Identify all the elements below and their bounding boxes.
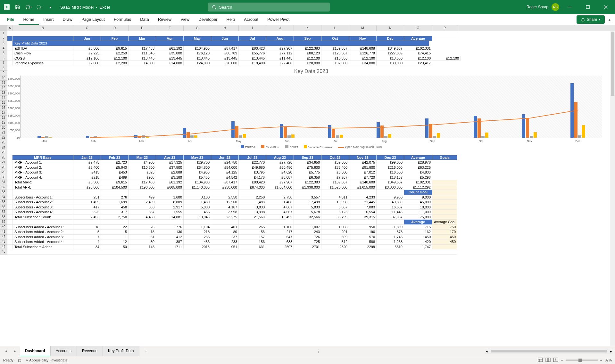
chart-area[interactable]: Key Data 2023 £400,000£350,000£300,000£2… xyxy=(7,66,615,155)
cell[interactable] xyxy=(7,200,12,205)
cell[interactable]: 8,809 xyxy=(156,200,184,205)
ribbon-tab-draw[interactable]: Draw xyxy=(58,14,77,25)
cell[interactable]: 833 xyxy=(129,205,156,210)
cell[interactable]: Oct-23 xyxy=(321,155,349,160)
cell[interactable]: 317 xyxy=(101,210,129,215)
cell[interactable]: 87,957 xyxy=(377,215,404,220)
cell[interactable]: £87,417 xyxy=(211,180,239,185)
cell[interactable]: Total ARR: xyxy=(12,185,73,190)
cell[interactable] xyxy=(129,190,156,195)
cell[interactable]: £22,400 xyxy=(266,61,294,66)
cell[interactable]: 45,000 xyxy=(404,200,432,205)
cell[interactable]: £3,180 xyxy=(156,175,184,180)
cell[interactable]: 3,557 xyxy=(294,195,321,200)
cell[interactable]: 4,011 xyxy=(321,195,349,200)
cell[interactable] xyxy=(266,220,294,225)
cell[interactable]: 50 xyxy=(101,245,129,250)
select-all-cell[interactable] xyxy=(0,25,7,31)
cell[interactable]: £349,667 xyxy=(377,46,404,51)
cell[interactable]: £28,000 xyxy=(294,61,321,66)
cell[interactable] xyxy=(7,210,12,215)
cell[interactable] xyxy=(349,220,377,225)
cell[interactable]: Count Goal xyxy=(404,190,432,195)
cell[interactable]: £139,867 xyxy=(321,180,349,185)
cell[interactable] xyxy=(7,61,12,66)
cell[interactable] xyxy=(432,210,457,215)
cell[interactable] xyxy=(349,190,377,195)
cell[interactable]: Jul-23 xyxy=(239,155,266,160)
cell[interactable]: 6,554 xyxy=(349,210,377,215)
row-header[interactable]: 8 xyxy=(0,66,7,71)
cell[interactable]: £3,795 xyxy=(239,170,266,175)
ribbon-tab-review[interactable]: Review xyxy=(154,14,176,25)
cell[interactable]: 162 xyxy=(404,230,432,235)
col-header-p[interactable]: P xyxy=(432,25,457,31)
cell[interactable]: Sep xyxy=(294,36,321,41)
close-button[interactable] xyxy=(598,0,613,14)
sheet-tab-key-profit-data[interactable]: Key Profit Data xyxy=(103,346,139,356)
row-header[interactable]: 24 xyxy=(0,145,7,150)
cell[interactable]: Jan-23 xyxy=(73,155,101,160)
accessibility-status[interactable]: ✶ Accessibility: Investigate xyxy=(26,358,68,362)
ribbon-tab-file[interactable]: File xyxy=(3,14,19,25)
cell[interactable]: £5,450 xyxy=(184,175,211,180)
cell[interactable]: 23,275 xyxy=(211,215,239,220)
cell[interactable]: £11,445 xyxy=(266,56,294,61)
cell[interactable]: £413 xyxy=(73,170,101,175)
cell[interactable]: £453 xyxy=(101,170,129,175)
cell[interactable]: £102,331 xyxy=(404,180,432,185)
cell[interactable]: 53 xyxy=(239,230,266,235)
cell[interactable] xyxy=(156,220,184,225)
cell[interactable]: £13,445 xyxy=(211,56,239,61)
row-header[interactable]: 43 xyxy=(0,239,7,245)
cell[interactable]: £97,907 xyxy=(266,180,294,185)
cell[interactable] xyxy=(7,245,12,250)
cell[interactable]: £80,000 xyxy=(377,61,404,66)
cell[interactable]: Average xyxy=(404,36,432,41)
cell[interactable]: Subscribers Added - Account 4: xyxy=(12,239,73,245)
cell[interactable]: 1,899 xyxy=(377,225,404,230)
cell[interactable]: £49,680 xyxy=(239,165,266,170)
cell[interactable]: £12,100 xyxy=(404,56,432,61)
cell[interactable]: £60,480 xyxy=(266,165,294,170)
cell[interactable]: 599 xyxy=(321,235,349,240)
cell[interactable] xyxy=(7,185,12,190)
cell[interactable]: 18 xyxy=(73,225,101,230)
cell[interactable]: 21,445 xyxy=(349,200,377,205)
ribbon-tab-acrobat[interactable]: Acrobat xyxy=(239,14,263,25)
cell[interactable]: £28,978 xyxy=(404,160,432,165)
cell[interactable]: 2298 xyxy=(349,245,377,250)
cell[interactable]: 326 xyxy=(73,210,101,215)
cell[interactable]: 7,083 xyxy=(349,205,377,210)
cell[interactable] xyxy=(377,190,404,195)
cell[interactable]: Jan xyxy=(73,36,101,41)
cell[interactable]: £2,723 xyxy=(101,160,129,165)
cell[interactable]: £61,192 xyxy=(156,46,184,51)
cell[interactable] xyxy=(7,56,12,61)
cell[interactable]: £34,650 xyxy=(294,160,321,165)
minimize-button[interactable] xyxy=(562,0,577,14)
cell[interactable]: 75,000 xyxy=(404,215,432,220)
cell[interactable]: 725 xyxy=(294,239,321,245)
cell[interactable]: 5510 xyxy=(377,245,404,250)
cell[interactable]: 657 xyxy=(129,210,156,215)
cell[interactable]: MRR Base xyxy=(12,155,73,160)
cell[interactable]: Subscribers Added - Account 2: xyxy=(12,230,73,235)
cell[interactable]: 633 xyxy=(266,239,294,245)
cell[interactable]: Subscribers - Account 3: xyxy=(12,205,73,210)
cell[interactable]: £12,100 xyxy=(73,56,101,61)
cell[interactable]: £9,615 xyxy=(101,180,129,185)
cell[interactable]: 233 xyxy=(211,239,239,245)
cell[interactable]: £18,400 xyxy=(239,61,266,66)
cell[interactable] xyxy=(7,160,12,165)
col-header-h[interactable]: H xyxy=(211,25,239,31)
row-header[interactable]: 28 xyxy=(0,165,7,170)
cell[interactable]: £104,900 xyxy=(184,180,211,185)
ribbon-tab-home[interactable]: Home xyxy=(19,14,39,25)
maximize-button[interactable] xyxy=(580,0,595,14)
cell[interactable]: Jun xyxy=(211,36,239,41)
cell[interactable]: 16,667 xyxy=(377,205,404,210)
cell[interactable]: Feb xyxy=(101,36,129,41)
cell[interactable]: Jul xyxy=(239,36,266,41)
cell[interactable]: £4,950 xyxy=(129,160,156,165)
